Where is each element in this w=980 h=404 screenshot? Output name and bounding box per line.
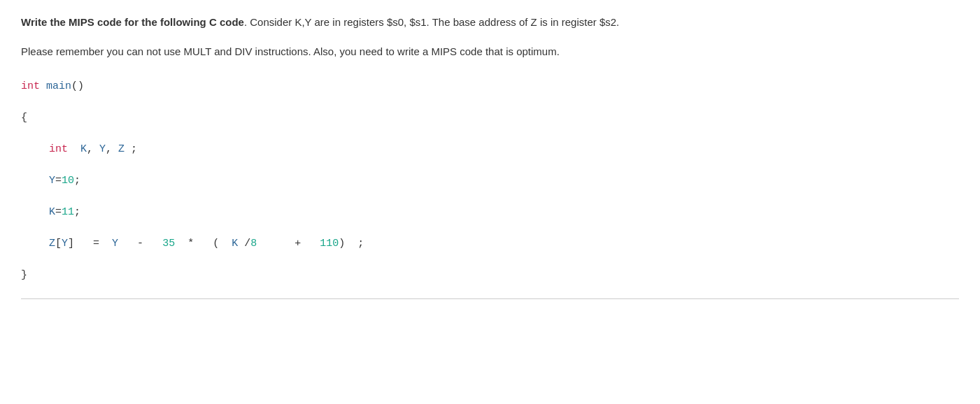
note-text: Please remember you can not use MULT and… <box>21 43 959 60</box>
code-line-zexpr: Z[Y] = Y - 35 * ( K /8 + 110) ; <box>21 234 959 253</box>
punct-slash: / <box>238 238 250 250</box>
var-y-assign: Y <box>49 175 55 187</box>
val-11: 11 <box>62 206 74 218</box>
var-z: Z <box>112 143 125 155</box>
code-spacer-4 <box>21 190 959 203</box>
var-k-rhs: K <box>219 238 238 250</box>
punct-lparen: ( <box>194 238 219 250</box>
var-z-arr: Z <box>49 238 55 250</box>
open-brace: { <box>21 112 27 124</box>
punct-star: * <box>175 238 194 250</box>
keyword-int-decl: int <box>49 143 68 155</box>
var-k: K <box>68 143 87 155</box>
code-spacer-3 <box>21 159 959 171</box>
question-normal: . Consider K,Y are in registers $s0, $s1… <box>244 16 619 28</box>
code-line-open-brace: { <box>21 108 959 127</box>
code-line-int-main: int main() <box>21 77 959 96</box>
question-text: Write the MIPS code for the following C … <box>21 14 959 31</box>
val-35: 35 <box>143 238 175 250</box>
code-line-k: K=11; <box>21 203 959 222</box>
punct-eq2: = <box>55 206 62 218</box>
code-block: int main() { int K, Y, Z ; Y=10; K=11; Z… <box>21 77 959 284</box>
val-110: 110 <box>301 238 339 250</box>
code-line-decl: int K, Y, Z ; <box>21 140 959 159</box>
val-8: 8 <box>250 238 257 250</box>
punct-minus: - <box>118 238 143 250</box>
function-main: main <box>40 80 71 92</box>
punct-comma1: , <box>87 143 93 155</box>
val-10: 10 <box>62 175 74 187</box>
code-spacer-6 <box>21 253 959 266</box>
punct-assign-eq: = <box>93 238 99 250</box>
code-spacer-1 <box>21 96 959 108</box>
punct-bracket-open: [ <box>55 238 62 250</box>
keyword-int: int <box>21 80 40 92</box>
punct-plus: + <box>257 238 301 250</box>
punct-spaces-eq <box>74 238 93 250</box>
code-spacer-2 <box>21 127 959 140</box>
question-bold: Write the MIPS code for the following C … <box>21 16 244 28</box>
var-k-assign: K <box>49 206 55 218</box>
punct-rparen: ) <box>339 238 345 250</box>
punct-comma2: , <box>106 143 112 155</box>
punct-eq1: = <box>55 175 62 187</box>
code-line-close-brace: } <box>21 266 959 284</box>
var-y-idx: Y <box>62 238 68 250</box>
code-line-y: Y=10; <box>21 171 959 190</box>
punct-parens: () <box>71 80 84 92</box>
question-container: Write the MIPS code for the following C … <box>21 14 959 299</box>
punct-semi4: ; <box>345 238 364 250</box>
var-y: Y <box>93 143 106 155</box>
punct-semi2: ; <box>74 175 80 187</box>
code-spacer-5 <box>21 222 959 234</box>
punct-semi3: ; <box>74 206 80 218</box>
punct-semi1: ; <box>125 143 137 155</box>
var-y-rhs: Y <box>99 238 118 250</box>
close-brace: } <box>21 269 27 281</box>
punct-bracket-close: ] <box>68 238 74 250</box>
bottom-divider <box>21 298 959 299</box>
